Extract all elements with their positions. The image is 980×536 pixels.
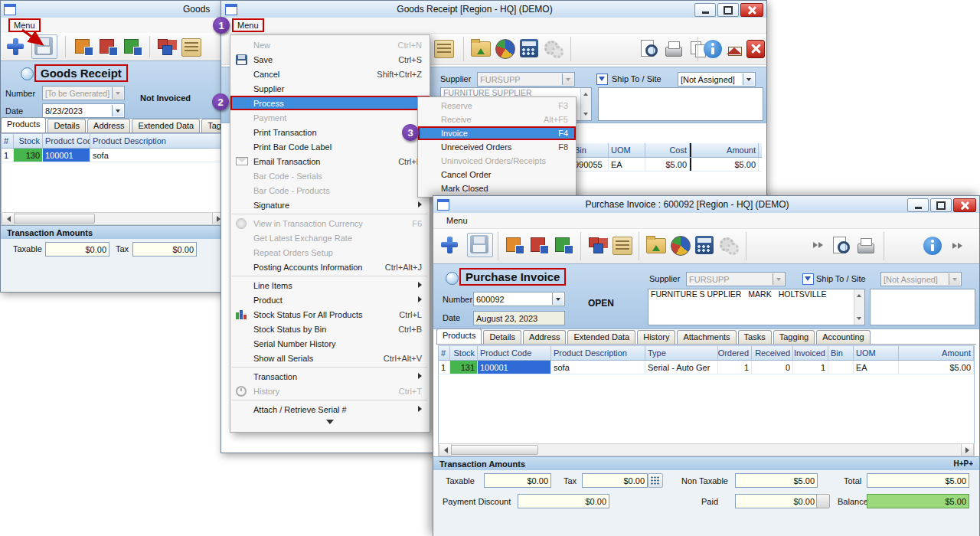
home-exit-icon[interactable] [727,40,743,60]
cell-ordered[interactable]: 1 [718,361,752,374]
tab-accounting[interactable]: Accounting [816,330,870,344]
red-boxes-icon[interactable] [157,37,177,57]
cell-received[interactable]: 0 [752,361,793,374]
tab-address[interactable]: Address [87,119,130,132]
tax-calculator-button[interactable] [648,473,663,488]
menu-item-stock-status-by-bin[interactable]: Stock Status by BinCtrl+B [230,322,430,336]
menu-item-posting-accounts-information[interactable]: Posting Accounts InformationCtrl+Alt+J [230,260,430,274]
number-combo[interactable]: 600092 [473,292,565,306]
menu-item-bar-code-products[interactable]: Bar Code - Products [230,183,430,198]
info-icon[interactable] [704,40,722,58]
folder-up-icon[interactable] [471,41,491,57]
cell-product-description[interactable]: sofa [90,149,227,162]
purchase-cube-red-icon[interactable] [530,235,550,255]
col-amount[interactable]: Amount [690,143,759,157]
save-button[interactable] [467,233,493,257]
menu-item-save[interactable]: SaveCtrl+S [230,52,430,67]
copy-down-icon[interactable] [596,74,608,85]
menu-item-print-bar-code-label[interactable]: Print Bar Code Label [230,139,430,154]
paid-field[interactable]: $0.00 [735,494,818,508]
maximize-button[interactable] [717,3,739,17]
menu-item-transaction[interactable]: Transaction [230,369,430,384]
date-field[interactable]: August 23, 2023 [473,311,565,325]
menu-item-line-items[interactable]: Line Items [230,278,430,293]
scroll-thumb[interactable] [14,214,95,224]
col-product-description[interactable]: Product Description [90,134,227,148]
non-taxable-field[interactable]: $5.00 [735,473,818,488]
menu-item-bar-code-serials[interactable]: Bar Code - Serials [230,168,430,183]
tab-products[interactable]: Products [1,117,46,132]
col-product-description[interactable]: Product Description [551,346,645,360]
menu-item-show-all-serials[interactable]: Show all SerialsCtrl+Alt+V [230,351,430,365]
tab-details[interactable]: Details [47,119,86,132]
menu-item-serial-number-history[interactable]: Serial Number History [230,336,430,351]
col-cost[interactable]: Cost [645,143,690,157]
copy-down-icon[interactable] [802,273,814,285]
menu-item-attach-retrieve-serial[interactable]: Attach / Retrieve Serial # [230,402,430,417]
menu-item-cancel[interactable]: CancelShift+Ctrl+Z [230,67,430,81]
menubar-menu-item[interactable]: Menu [232,18,264,32]
balance-field[interactable]: $5.00 [867,494,969,508]
cell-uom[interactable]: EA [609,158,645,171]
cell-product-code[interactable]: 100001 [43,149,90,162]
purchase-cube-red-icon[interactable] [99,37,119,57]
cell-type[interactable]: Serial - Auto Ger [645,361,718,374]
toolbar-overflow-icon[interactable] [812,236,825,256]
submenu-item-receive[interactable]: ReceiveAlt+F5 [418,113,576,126]
cell-amount[interactable]: $5.00 [899,361,974,374]
menubar-menu-item[interactable]: Menu [443,215,472,226]
tax-field[interactable]: $0.00 [132,242,197,257]
printer-icon[interactable] [856,236,876,256]
invoice-grid-hscrollbar[interactable] [438,443,975,456]
chevron-down-icon[interactable] [949,273,960,285]
col-uom[interactable]: UOM [854,346,899,360]
chevron-down-icon[interactable] [552,293,564,305]
tab-history[interactable]: History [637,330,675,344]
tab-tasks[interactable]: Tasks [738,330,772,344]
invoice-window-titlebar[interactable]: Purchase Invoice : 600092 [Region - HQ] … [433,196,979,214]
new-button[interactable] [439,235,459,255]
chevron-down-icon[interactable] [773,273,784,285]
cell-row-number[interactable]: 1 [439,361,450,374]
cell-amount[interactable]: $5.00 [690,158,759,171]
col-amount[interactable]: Amount [899,346,974,360]
form-options-icon[interactable] [21,67,34,80]
scroll-left-icon[interactable] [2,213,15,224]
taxable-field[interactable]: $0.00 [484,473,551,488]
menu-item-product[interactable]: Product [230,293,430,307]
date-combo[interactable]: 8/23/2023 [42,103,125,118]
info-scrollbar[interactable] [854,289,864,325]
ship-to-combo[interactable]: [Not Assigned] [678,72,756,87]
form-options-icon[interactable] [446,272,459,285]
col-bin[interactable]: Bin [828,346,854,360]
card-file-icon[interactable] [612,237,632,255]
calculator-icon[interactable] [695,236,714,254]
col-number[interactable]: # [2,134,14,148]
menu-item-print-transaction[interactable]: Print Transaction [230,125,430,139]
purchase-cube-orange-icon[interactable] [74,37,94,57]
menu-item-stock-status-for-all-products[interactable]: Stock Status For All ProductsCtrl+L [230,307,430,322]
card-file-icon[interactable] [434,40,454,58]
red-boxes-icon[interactable] [588,235,608,255]
exit-icon[interactable] [746,40,765,58]
cell-bin[interactable]: 990055 [572,158,609,171]
cell-product-description[interactable]: sofa [551,361,645,374]
col-number[interactable]: # [439,346,450,360]
chevron-down-icon[interactable] [743,74,754,85]
tab-extended-data[interactable]: Extended Data [132,119,200,132]
menu-item-process[interactable]: Process [230,96,430,110]
supplier-combo[interactable]: FURSUPP [686,272,786,286]
purchase-cube-green-icon[interactable] [123,37,143,57]
cell-stock[interactable]: 130 [14,149,43,162]
minimize-button[interactable] [907,198,929,212]
submenu-item-uninvoiced-orders-receipts[interactable]: Uninvoiced Orders/Receipts [418,154,576,168]
tab-details[interactable]: Details [483,330,521,344]
cell-invoiced[interactable]: 1 [793,361,828,374]
goods-window-titlebar[interactable]: Goods Receipt [Region - HQ] (DEMO) [221,1,766,18]
col-ordered[interactable]: Ordered [718,346,752,360]
gears-icon[interactable] [544,39,564,59]
taxable-field[interactable]: $0.00 [45,242,109,257]
menu-item-get-latest-exchange-rate[interactable]: Get Latest Exchange Rate [230,230,430,245]
purchase-cube-orange-icon[interactable] [505,235,525,255]
tax-field[interactable]: $0.00 [582,473,648,488]
